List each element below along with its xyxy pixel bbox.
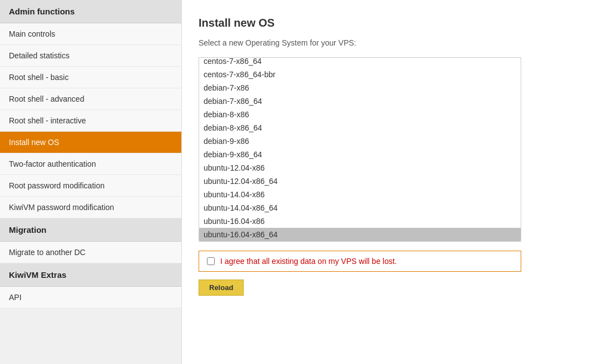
agreement-text: I agree that all existing data on my VPS…	[220, 257, 397, 266]
reload-button[interactable]: Reload	[199, 280, 244, 296]
sidebar-item-two-factor-authentication[interactable]: Two-factor authentication	[0, 153, 181, 175]
page-subtitle: Select a new Operating System for your V…	[199, 38, 586, 47]
sidebar-item-root-shell-basic[interactable]: Root shell - basic	[0, 67, 181, 88]
sidebar-item-main-controls[interactable]: Main controls	[0, 23, 181, 45]
agreement-row: I agree that all existing data on my VPS…	[199, 251, 521, 272]
page-title: Install new OS	[199, 17, 586, 29]
sidebar-item-root-shell-interactive[interactable]: Root shell - interactive	[0, 110, 181, 132]
main-content: Install new OS Select a new Operating Sy…	[182, 0, 603, 364]
sidebar-section-kiwi-extras: KiwiVM Extras	[0, 263, 181, 287]
sidebar: Admin functionsMain controlsDetailed sta…	[0, 0, 182, 364]
sidebar-item-kiwi-password-modification[interactable]: KiwiVM password modification	[0, 197, 181, 218]
sidebar-item-detailed-statistics[interactable]: Detailed statistics	[0, 45, 181, 67]
sidebar-item-install-new-os[interactable]: Install new OS	[0, 132, 181, 153]
sidebar-item-root-shell-advanced[interactable]: Root shell - advanced	[0, 88, 181, 110]
sidebar-item-api[interactable]: API	[0, 287, 181, 308]
sidebar-item-migrate-to-another-dc[interactable]: Migrate to another DC	[0, 242, 181, 263]
sidebar-section-migration: Migration	[0, 218, 181, 242]
os-select-container: centos-6-x86_64centos-6-x86_64-bbrcentos…	[199, 57, 521, 242]
os-listbox[interactable]: centos-6-x86_64centos-6-x86_64-bbrcentos…	[199, 58, 521, 241]
agreement-checkbox[interactable]	[207, 257, 215, 265]
sidebar-item-root-password-modification[interactable]: Root password modification	[0, 175, 181, 197]
sidebar-section-admin-functions: Admin functions	[0, 0, 181, 23]
